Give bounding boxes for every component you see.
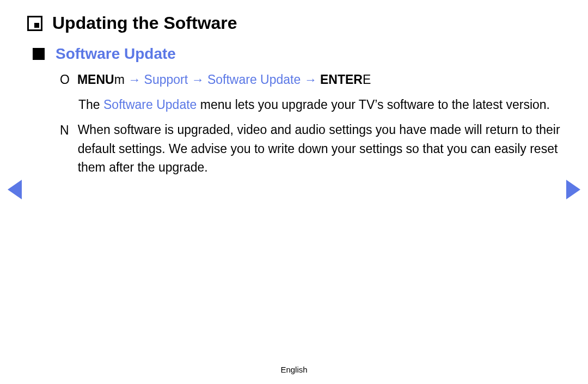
section-heading: Software Update [33,45,561,63]
nav-arrow-3: → [301,72,320,87]
nav-arrow-1: → [128,72,144,87]
nav-arrow-2: → [188,72,207,87]
nav-menu-suffix: m [114,72,125,87]
nav-enter-suffix: E [363,72,371,87]
desc-highlight: Software Update [103,97,197,112]
desc-prefix: The [78,97,103,112]
nav-software-update: Software Update [207,72,301,87]
nav-text: MENUm → Support → Software Update → ENTE… [77,71,371,88]
content-block: O MENUm → Support → Software Update → EN… [60,71,561,177]
section-title: Software Update [56,45,176,63]
nav-enter-label: ENTER [320,72,363,87]
desc-suffix: menu lets you upgrade your TV’s software… [197,97,550,112]
chapter-title: Updating the Software [52,13,237,33]
nav-bullet: O [60,72,70,87]
note-block: N When software is upgraded, video and a… [60,120,561,177]
note-bullet: N [60,120,69,140]
footer-language: English [0,365,588,374]
navigation-path: O MENUm → Support → Software Update → EN… [60,71,561,88]
nav-support: Support [144,72,188,87]
nav-menu-label: MENU [77,72,114,87]
chapter-heading: Updating the Software [27,13,561,33]
prev-page-arrow-icon[interactable] [8,180,22,199]
chapter-bullet-icon [27,16,42,31]
section-bullet-icon [33,48,45,60]
next-page-arrow-icon[interactable] [566,180,580,199]
description-paragraph: The Software Update menu lets you upgrad… [78,96,561,114]
note-text: When software is upgraded, video and aud… [78,120,561,177]
